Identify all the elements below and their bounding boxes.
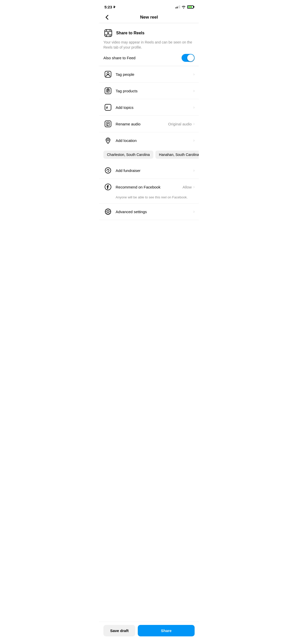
page-title: New reel (140, 15, 158, 20)
rename-audio-item[interactable]: ♩ Rename audio Original audio › (99, 116, 199, 132)
advanced-settings-label: Advanced settings (116, 210, 193, 214)
svg-point-23 (107, 211, 109, 213)
rename-audio-value: Original audio (168, 122, 192, 126)
location-tag-hanahan[interactable]: Hanahan, South Carolina (155, 151, 199, 159)
location-tags-container: Charleston, South Carolina Hanahan, Sout… (99, 149, 199, 162)
chevron-icon: › (193, 209, 195, 214)
add-topics-label: Add topics (116, 105, 193, 110)
recommend-facebook-value: Allow (183, 185, 192, 189)
svg-rect-7 (110, 35, 110, 37)
status-bar: 5:23 ⚡ (99, 0, 199, 12)
add-fundraiser-label: Add fundraiser (116, 168, 193, 173)
share-to-reels-description: Your video may appear in Reels and can b… (103, 40, 195, 50)
add-location-label: Add location (116, 138, 193, 143)
facebook-icon (103, 182, 113, 192)
tag-people-label: Tag people (116, 72, 193, 77)
recommend-facebook-description: Anyone will be able to see this reel on … (99, 195, 199, 203)
rename-audio-label: Rename audio (116, 122, 168, 126)
share-to-reels-section: Share to Reels Your video may appear in … (99, 23, 199, 66)
add-topics-item[interactable]: # Add topics › (99, 99, 199, 116)
battery-icon: ⚡ (187, 5, 194, 9)
chevron-icon: › (193, 168, 195, 173)
tag-products-label: Tag products (116, 89, 193, 93)
add-fundraiser-item[interactable]: Add fundraiser › (99, 162, 199, 179)
svg-rect-3 (105, 35, 112, 35)
svg-point-19 (107, 139, 109, 141)
reels-icon (103, 28, 113, 38)
rename-audio-icon: ♩ (103, 119, 113, 128)
status-icons: ⚡ (175, 5, 194, 9)
svg-marker-8 (107, 32, 110, 34)
section-header: Share to Reels (103, 28, 195, 38)
tag-products-icon (103, 86, 113, 95)
feed-toggle[interactable] (182, 54, 195, 62)
svg-rect-5 (110, 30, 110, 31)
svg-text:#: # (106, 106, 108, 110)
wifi-icon (182, 5, 186, 8)
signal-icon (175, 5, 180, 8)
chevron-icon: › (193, 185, 195, 189)
nav-header: New reel (99, 12, 199, 23)
status-time: 5:23 (104, 5, 116, 9)
advanced-settings-item[interactable]: Advanced settings › (99, 203, 199, 220)
location-tag-charleston[interactable]: Charleston, South Carolina (103, 151, 153, 159)
feed-toggle-label: Also share to Feed (103, 56, 136, 60)
chevron-icon: › (193, 105, 195, 110)
fundraiser-icon (103, 166, 113, 175)
svg-rect-6 (106, 35, 107, 37)
feed-toggle-row: Also share to Feed (103, 54, 195, 62)
chevron-icon: › (193, 89, 195, 93)
svg-rect-4 (106, 30, 107, 31)
svg-point-10 (107, 72, 109, 75)
add-location-icon (103, 136, 113, 145)
recommend-facebook-item[interactable]: Recommend on Facebook Allow › (99, 179, 199, 195)
recommend-facebook-section: Recommend on Facebook Allow › Anyone wil… (99, 179, 199, 203)
svg-point-20 (105, 168, 111, 173)
chevron-icon: › (193, 122, 195, 126)
recommend-facebook-label: Recommend on Facebook (116, 185, 183, 189)
svg-marker-0 (113, 5, 116, 8)
tag-people-item[interactable]: Tag people › (99, 66, 199, 83)
share-to-reels-title: Share to Reels (116, 31, 144, 35)
advanced-settings-icon (103, 207, 113, 216)
svg-rect-2 (105, 31, 112, 32)
chevron-icon: › (193, 72, 195, 77)
add-location-item[interactable]: Add location › (99, 132, 199, 149)
chevron-icon: › (193, 138, 195, 143)
toggle-thumb (187, 54, 194, 61)
tag-people-icon (103, 70, 113, 79)
add-topics-icon: # (103, 103, 113, 112)
tag-products-item[interactable]: Tag products › (99, 83, 199, 99)
back-button[interactable] (104, 14, 110, 21)
